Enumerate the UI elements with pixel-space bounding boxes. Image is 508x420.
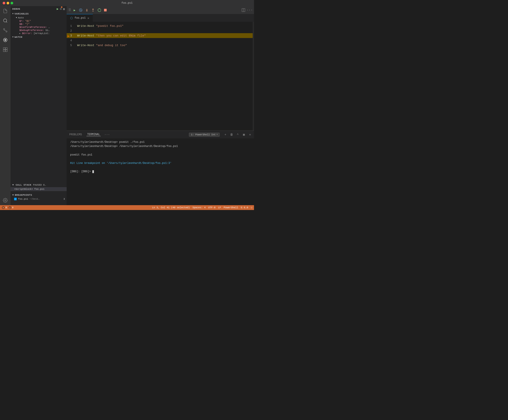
files-icon[interactable] — [2, 8, 8, 14]
tab-close-button[interactable]: ✕ — [87, 16, 89, 20]
gear-icon[interactable] — [2, 197, 8, 203]
extensions-icon[interactable] — [2, 47, 8, 53]
line-number-4: 4 — [67, 39, 75, 42]
error-icon: ✕ — [2, 206, 5, 209]
status-position[interactable]: Ln 3, Col 41 (40 selected) — [152, 206, 190, 209]
minimize-button[interactable] — [7, 2, 9, 4]
terminal-line: [DBG]: [DBG]> — [70, 170, 250, 174]
editor-scrollbar[interactable] — [253, 22, 254, 130]
breakpoint-item[interactable]: ✓ foo.ps1 ~/Desk… 3 — [11, 197, 67, 201]
callstack-header[interactable]: ▼ CALL STACK PAUSED O… — [11, 183, 67, 187]
sidebar: DEBUG ▶ ⚙ ▣ ▼ VARIABLES ▼ Auto $^: " — [11, 6, 67, 205]
terminal-more-button[interactable]: ··· — [104, 133, 110, 136]
status-warnings[interactable]: △ 0 — [8, 206, 14, 209]
code-line-5: 5 Write-Host "and debug it too" — [67, 43, 254, 48]
line-content-1: Write-Host "psedit foo.ps1" — [75, 24, 254, 28]
callstack-section: ▼ CALL STACK PAUSED O… <ScriptBlock> foo… — [11, 183, 67, 191]
close-panel-button[interactable]: ✕ — [248, 132, 252, 137]
watch-section: ▼ WATCH — [11, 35, 67, 57]
svg-point-2 — [6, 31, 7, 32]
var-item[interactable]: $$: "}" — [14, 23, 67, 26]
status-left: ✕ 0 △ 0 — [2, 206, 13, 209]
variables-list: ▼ Auto $^: "@{" $$: "}" $ConfirmPreferen… — [11, 16, 67, 35]
close-button[interactable] — [3, 2, 5, 4]
tab-label: foo.ps1 — [75, 16, 86, 20]
callstack-badge: PAUSED O… — [33, 184, 46, 186]
line-content-3: Write-Host "then you can edit this file" — [75, 34, 254, 37]
activity-bar — [0, 6, 11, 205]
var-item[interactable]: $^: "@{" — [14, 20, 67, 23]
debug-run-icon[interactable] — [2, 37, 8, 43]
powershell-icon: ⬡ — [70, 16, 73, 20]
terminal-actions: + 🗑 ^ ▣ ✕ — [223, 132, 252, 137]
var-item[interactable]: $DebugPreference: Si… — [14, 29, 67, 32]
debug-title: DEBUG — [12, 8, 55, 10]
terminal-line: psedit foo.ps1 — [70, 153, 250, 157]
status-smiley[interactable]: ☺ — [251, 206, 252, 209]
status-errors[interactable]: ✕ 0 — [2, 206, 7, 209]
line-content-5: Write-Host "and debug it too" — [75, 44, 254, 47]
search-icon[interactable] — [2, 18, 8, 24]
debug-terminal-button[interactable]: ▣ — [63, 7, 65, 11]
tab-bar: ⬡ foo.ps1 ✕ — [67, 14, 254, 22]
split-editor-button[interactable] — [241, 7, 246, 13]
step-over-button[interactable] — [78, 7, 83, 13]
step-out-button[interactable] — [90, 7, 96, 13]
terminal-tabs: PROBLEMS TERMINAL ··· 1: PowerShell Int … — [67, 131, 254, 138]
code-line-3: ▶ 3 Write-Host "then you can edit this f… — [67, 33, 254, 38]
continue-button[interactable]: ▶ — [72, 7, 77, 13]
code-line-1: 1 Write-Host "psedit foo.ps1" — [67, 23, 254, 28]
status-spaces[interactable]: Spaces: 4 — [192, 206, 205, 209]
debug-header: DEBUG ▶ ⚙ ▣ — [11, 6, 67, 12]
var-item[interactable]: $ConfirmPreference: … — [14, 26, 67, 29]
restart-button[interactable] — [97, 7, 102, 13]
svg-rect-10 — [6, 50, 7, 52]
warning-icon: △ — [8, 206, 11, 209]
terminal-dropdown[interactable]: 1: PowerShell Int ⬆ — [189, 133, 220, 137]
source-control-icon[interactable] — [2, 27, 8, 33]
toolbar-drag-handle[interactable]: ⠿ — [68, 8, 71, 12]
debug-play-button[interactable]: ▶ — [57, 7, 59, 11]
split-terminal-button[interactable]: ▣ — [242, 132, 246, 137]
terminal-line: /Users/tylerleonhardt/Desktop> psedit ./… — [70, 140, 250, 144]
more-actions-button[interactable]: ··· — [247, 7, 252, 13]
var-item[interactable]: ▶ $Error: [ArrayList: — [14, 32, 67, 35]
terminal-line — [70, 165, 250, 170]
stop-button[interactable] — [103, 7, 108, 13]
window-controls — [3, 2, 13, 4]
svg-rect-8 — [6, 48, 7, 50]
status-version[interactable]: ⎗ 6.0 — [241, 206, 248, 209]
status-right: Ln 3, Col 41 (40 selected) Spaces: 4 UTF… — [152, 206, 252, 209]
status-encoding[interactable]: UTF-8 — [208, 206, 216, 209]
tab-problems[interactable]: PROBLEMS — [68, 133, 83, 136]
status-line-ending[interactable]: LF — [218, 206, 221, 209]
status-language[interactable]: PowerShell — [224, 206, 238, 209]
svg-line-1 — [6, 22, 7, 22]
terminal-content[interactable]: /Users/tylerleonhardt/Desktop> psedit ./… — [67, 138, 254, 205]
breakpoints-header[interactable]: ▼ BREAKPOINTS — [11, 193, 67, 197]
variables-header[interactable]: ▼ VARIABLES — [11, 12, 67, 16]
terminal-cursor — [92, 170, 94, 173]
delete-terminal-button[interactable]: 🗑 — [229, 132, 234, 137]
debug-gear-button[interactable]: ⚙ — [60, 7, 62, 11]
svg-rect-9 — [3, 50, 5, 52]
breakpoint-checkbox[interactable]: ✓ — [14, 198, 17, 200]
watch-header[interactable]: ▼ WATCH — [11, 35, 67, 39]
step-into-button[interactable] — [84, 7, 90, 13]
tab-terminal[interactable]: TERMINAL — [86, 133, 101, 136]
line-number-1: 1 — [67, 24, 75, 28]
maximize-button[interactable] — [11, 2, 13, 4]
callstack-item[interactable]: <ScriptBlock> foo.ps1 — [11, 187, 67, 191]
editor-area: ⠿ ▶ — [67, 6, 254, 205]
auto-group[interactable]: ▼ Auto — [14, 16, 67, 20]
code-editor[interactable]: 1 Write-Host "psedit foo.ps1" 2 ▶ 3 Writ… — [67, 22, 254, 130]
titlebar: foo.ps1 — [0, 0, 254, 6]
svg-point-0 — [4, 19, 7, 22]
svg-rect-16 — [104, 9, 107, 11]
terminal-line — [70, 157, 250, 161]
maximize-panel-button[interactable]: ^ — [236, 132, 240, 137]
line-number-2: 2 — [67, 29, 75, 33]
add-terminal-button[interactable]: + — [223, 132, 228, 137]
svg-point-3 — [4, 29, 5, 30]
tab-foo-ps1[interactable]: ⬡ foo.ps1 ✕ — [67, 14, 93, 22]
